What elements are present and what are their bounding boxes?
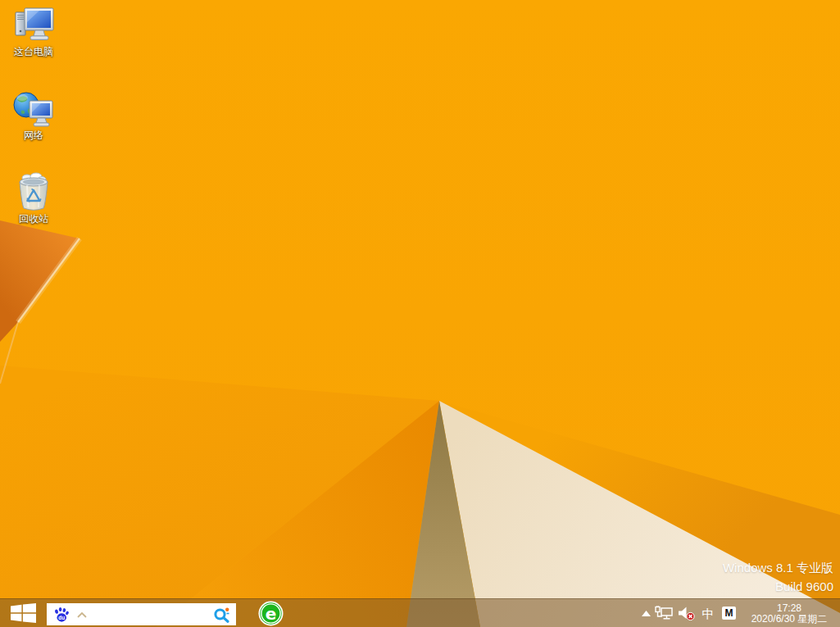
- taskbar-clock[interactable]: 17:28 2020/6/30 星期二: [740, 602, 838, 625]
- search-collapse-chevron-icon[interactable]: [76, 611, 88, 618]
- start-button[interactable]: [0, 599, 46, 627]
- volume-tray-button[interactable]: [675, 599, 698, 627]
- icon-label-this-pc: 这台电脑: [14, 47, 53, 57]
- watermark-build: Build 9600: [723, 577, 833, 596]
- clock-date: 2020/6/30 星期二: [740, 614, 838, 625]
- watermark-edition: Windows 8.1 专业版: [723, 558, 833, 577]
- baidu-search-box[interactable]: du: [47, 603, 236, 625]
- system-tray: 中 M 17:28 2020/6/30 星期二: [638, 599, 840, 627]
- network-tray-button[interactable]: [653, 599, 675, 627]
- browser-360-taskbar-button[interactable]: e: [248, 599, 293, 627]
- ime-language-indicator: 中: [702, 607, 715, 620]
- baidu-magnifier-icon[interactable]: [213, 606, 231, 624]
- search-input[interactable]: [93, 607, 213, 621]
- green-e-browser-icon: e: [258, 601, 284, 626]
- svg-text:du: du: [58, 615, 65, 620]
- tray-expand-button[interactable]: [638, 599, 653, 627]
- wallpaper-image: [0, 0, 840, 627]
- desktop[interactable]: 这台电脑: [0, 0, 840, 627]
- recycle-bin-icon: [16, 172, 51, 211]
- this-pc-icon: [12, 5, 55, 44]
- volume-muted-icon: [678, 606, 696, 621]
- icon-label-network: 网络: [24, 130, 43, 141]
- windows-logo-icon: [11, 603, 36, 623]
- icon-label-recycle-bin: 回收站: [19, 214, 48, 225]
- ime-language-button[interactable]: 中: [698, 599, 718, 627]
- svg-text:e: e: [265, 603, 276, 623]
- ime-mode-button[interactable]: M: [718, 599, 740, 627]
- windows-build-watermark: Windows 8.1 专业版 Build 9600: [723, 558, 833, 596]
- chevron-up-icon: [642, 611, 651, 616]
- network-icon: [13, 89, 54, 128]
- desktop-icon-this-pc[interactable]: 这台电脑: [5, 5, 62, 57]
- taskbar: du e: [0, 598, 840, 627]
- ethernet-network-icon: [655, 606, 674, 620]
- ime-mode-badge: M: [722, 607, 736, 620]
- desktop-icon-recycle-bin[interactable]: 回收站: [5, 172, 62, 225]
- clock-time: 17:28: [740, 602, 838, 614]
- baidu-logo-icon: du: [53, 607, 70, 623]
- desktop-icon-network[interactable]: 网络: [5, 89, 62, 141]
